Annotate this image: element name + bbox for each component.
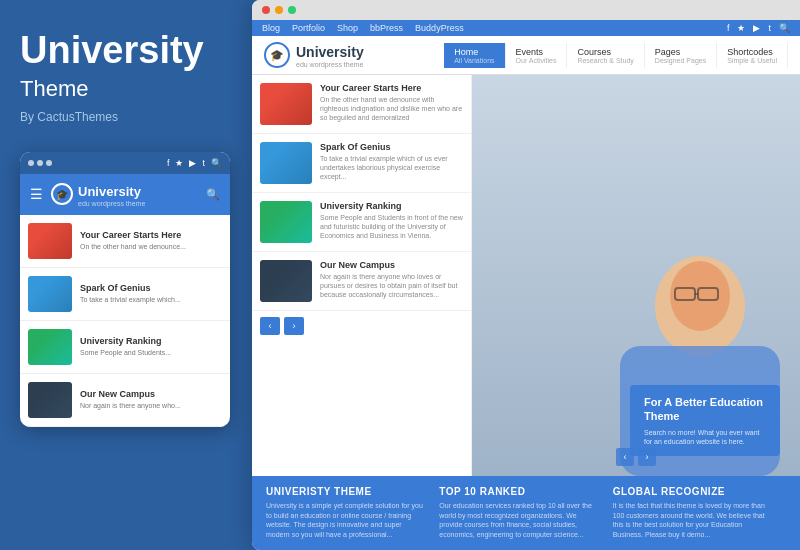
desktop-site: Blog Portfolio Shop bbPress BuddyPress f… xyxy=(252,20,800,550)
site-logo-text-area: University edu wordpress theme xyxy=(296,43,364,68)
toolbar-links: Blog Portfolio Shop bbPress BuddyPress xyxy=(262,23,464,33)
hamburger-icon: ☰ xyxy=(30,186,43,202)
toolbar-link-bbpress[interactable]: bbPress xyxy=(370,23,403,33)
site-toolbar: Blog Portfolio Shop bbPress BuddyPress f… xyxy=(252,20,800,36)
desktop-mockup: Blog Portfolio Shop bbPress BuddyPress f… xyxy=(252,0,800,550)
mobile-item-content-4: Our New Campus Nor again is there anyone… xyxy=(80,389,181,411)
play-icon: ▶ xyxy=(189,158,196,168)
mobile-item-title-4: Our New Campus xyxy=(80,389,181,401)
toolbar-link-portfolio[interactable]: Portfolio xyxy=(292,23,325,33)
mobile-item-desc-3: Some People and Students... xyxy=(80,349,171,357)
mobile-logo-icon: 🎓 xyxy=(51,183,73,205)
mobile-logo-text-area: University edu wordpress theme xyxy=(78,182,145,207)
nav-events[interactable]: Events Our Activities xyxy=(506,43,568,68)
hero-arrows: ‹ › xyxy=(616,448,656,466)
toolbar-play-icon[interactable]: ▶ xyxy=(753,23,760,33)
facebook-icon: f xyxy=(167,158,170,168)
list-item: Spark Of Genius To take a trivial exampl… xyxy=(252,134,471,193)
hero-area: For A Better Education Theme Search no m… xyxy=(472,75,800,476)
hero-cta-title: For A Better Education Theme xyxy=(644,395,766,424)
footer-text-3: It is the fact that this theme is loved … xyxy=(613,501,772,540)
next-button[interactable]: › xyxy=(284,317,304,335)
mobile-logo-sub: edu wordpress theme xyxy=(78,200,145,207)
author-text: By CactusThemes xyxy=(20,110,228,124)
nav-home-sub: All Variations xyxy=(454,57,494,64)
list-item: Your Career Starts Here On the other han… xyxy=(252,75,471,134)
nav-pages-label: Pages xyxy=(655,47,681,57)
footer-title-3: GLOBAL RECOGNIZE xyxy=(613,486,772,497)
theme-title: University Theme By CactusThemes xyxy=(20,30,228,152)
hero-next-arrow[interactable]: › xyxy=(638,448,656,466)
toolbar-facebook-icon[interactable]: f xyxy=(727,23,730,33)
mobile-logo: 🎓 University edu wordpress theme xyxy=(51,182,145,207)
footer-text-1: University is a simple yet complete solu… xyxy=(266,501,425,540)
nav-home[interactable]: Home All Variations xyxy=(444,43,505,68)
mobile-window-dots xyxy=(28,160,52,166)
mobile-logo-name: University xyxy=(78,184,141,199)
mobile-item-title-2: Spark Of Genius xyxy=(80,283,181,295)
list-item: University Ranking Some People and Stude… xyxy=(20,321,230,374)
title-text: University xyxy=(20,30,228,72)
toolbar-social-icons: f ★ ▶ t 🔍 xyxy=(727,23,790,33)
mobile-item-desc-4: Nor again is there anyone who... xyxy=(80,402,181,410)
nav-shortcodes[interactable]: Shortcodes Simple & Useful xyxy=(717,43,788,68)
left-panel: University Theme By CactusThemes f ★ ▶ t… xyxy=(0,0,248,550)
nav-pages[interactable]: Pages Designed Pages xyxy=(645,43,717,68)
mobile-item-content-3: University Ranking Some People and Stude… xyxy=(80,336,171,358)
toolbar-link-buddypress[interactable]: BuddyPress xyxy=(415,23,464,33)
toolbar-search-icon[interactable]: 🔍 xyxy=(779,23,790,33)
list-title-4: Our New Campus xyxy=(320,260,463,270)
list-content-3: University Ranking Some People and Stude… xyxy=(320,201,463,240)
twitter-icon: t xyxy=(202,158,205,168)
mobile-toolbar-icons: f ★ ▶ t 🔍 xyxy=(167,158,222,168)
toolbar-link-blog[interactable]: Blog xyxy=(262,23,280,33)
list-desc-4: Nor again is there anyone who loves or p… xyxy=(320,272,463,299)
nav-events-sub: Our Activities xyxy=(516,57,557,64)
site-logo: 🎓 University edu wordpress theme xyxy=(264,42,364,68)
footer-title-2: TOP 10 RANKED xyxy=(439,486,598,497)
toolbar-twitter-icon[interactable]: t xyxy=(768,23,771,33)
list-content-4: Our New Campus Nor again is there anyone… xyxy=(320,260,463,299)
mobile-item-desc-2: To take a trivial example which... xyxy=(80,296,181,304)
list-desc-1: On the other hand we denounce with right… xyxy=(320,95,463,122)
subtitle-text: Theme xyxy=(20,76,228,102)
list-content-2: Spark Of Genius To take a trivial exampl… xyxy=(320,142,463,181)
site-footer: UNIVERISTY THEME University is a simple … xyxy=(252,476,800,550)
site-nav: 🎓 University edu wordpress theme Home Al… xyxy=(252,36,800,75)
list-thumb-2 xyxy=(260,142,312,184)
footer-title-1: UNIVERISTY THEME xyxy=(266,486,425,497)
prev-button[interactable]: ‹ xyxy=(260,317,280,335)
nav-shortcodes-sub: Simple & Useful xyxy=(727,57,777,64)
toolbar-star-icon[interactable]: ★ xyxy=(737,23,745,33)
hero-prev-arrow[interactable]: ‹ xyxy=(616,448,634,466)
mobile-header: ☰ 🎓 University edu wordpress theme 🔍 xyxy=(20,174,230,215)
mobile-mockup: f ★ ▶ t 🔍 ☰ 🎓 University edu wordpress t… xyxy=(20,152,230,427)
svg-point-2 xyxy=(670,261,730,331)
nav-shortcodes-label: Shortcodes xyxy=(727,47,773,57)
mobile-item-title-1: Your Career Starts Here xyxy=(80,230,186,242)
mobile-dot-3 xyxy=(46,160,52,166)
mobile-thumb-2 xyxy=(28,276,72,312)
list-item: University Ranking Some People and Stude… xyxy=(252,193,471,252)
list-desc-2: To take a trivial example which of us ev… xyxy=(320,154,463,181)
list-thumb-1 xyxy=(260,83,312,125)
footer-col-2: TOP 10 RANKED Our education services ran… xyxy=(439,486,612,540)
list-content-1: Your Career Starts Here On the other han… xyxy=(320,83,463,122)
list-title-1: Your Career Starts Here xyxy=(320,83,463,93)
slider-navigation: ‹ › xyxy=(252,311,471,341)
nav-courses[interactable]: Courses Research & Study xyxy=(567,43,644,68)
list-desc-3: Some People and Students in front of the… xyxy=(320,213,463,240)
mobile-search-icon[interactable]: 🔍 xyxy=(206,188,220,201)
list-title-3: University Ranking xyxy=(320,201,463,211)
footer-text-2: Our education services ranked top 10 all… xyxy=(439,501,598,540)
footer-col-1: UNIVERISTY THEME University is a simple … xyxy=(266,486,439,540)
nav-courses-sub: Research & Study xyxy=(577,57,633,64)
mobile-top-bar: f ★ ▶ t 🔍 xyxy=(20,152,230,174)
search-icon: 🔍 xyxy=(211,158,222,168)
list-item: Our New Campus Nor again is there anyone… xyxy=(252,252,471,311)
list-thumb-4 xyxy=(260,260,312,302)
mobile-item-content-1: Your Career Starts Here On the other han… xyxy=(80,230,186,252)
mobile-dot-2 xyxy=(37,160,43,166)
site-nav-menu: Home All Variations Events Our Activitie… xyxy=(444,43,788,68)
toolbar-link-shop[interactable]: Shop xyxy=(337,23,358,33)
